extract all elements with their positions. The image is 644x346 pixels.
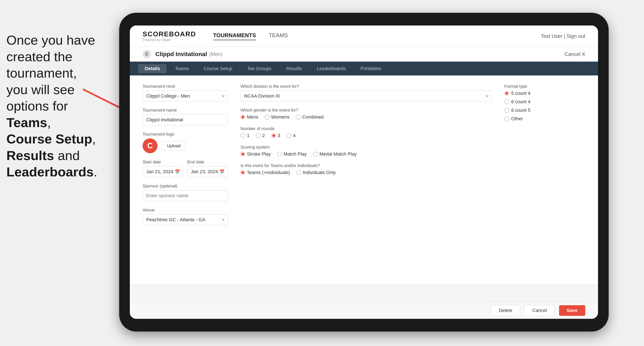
rounds-3-radio[interactable] [271, 133, 276, 138]
gender-womens-option[interactable]: Womens [265, 114, 290, 120]
tab-details[interactable]: Details [138, 64, 166, 73]
back-icon: C [145, 52, 148, 56]
format-5count4-option[interactable]: 5 count 4 [504, 91, 585, 96]
rounds-1-radio[interactable] [240, 133, 245, 138]
start-date-label: Start date [142, 160, 183, 165]
tournament-name-group: Tournament name [142, 108, 228, 125]
format-6count4-radio[interactable] [504, 99, 509, 104]
upload-button[interactable]: Upload [162, 141, 186, 151]
tab-leaderboards[interactable]: Leaderboards [310, 64, 352, 73]
division-label: Which division is the event for? [240, 84, 492, 89]
format-other-option[interactable]: Other [504, 116, 585, 122]
rounds-1-option[interactable]: 1 [240, 133, 250, 138]
tournament-logo-group: Tournament logo C Upload [142, 132, 228, 153]
scoring-group: Scoring system Stroke Play Match Play [240, 145, 492, 157]
format-5count4-label: 5 count 4 [511, 91, 530, 96]
tournament-name-input[interactable] [142, 114, 228, 125]
tournament-subtitle: (Men) [209, 51, 222, 57]
left-column: Tournament Host Clippd College - Men Tou… [142, 84, 228, 275]
logo-letter: C [147, 141, 153, 150]
gender-mens-radio[interactable] [240, 115, 245, 119]
rounds-label: Number of rounds [240, 126, 492, 131]
format-6count4-label: 6 count 4 [511, 99, 530, 105]
teams-individuals-radio[interactable] [296, 170, 301, 175]
gender-womens-label: Womens [271, 114, 290, 120]
tournament-host-select[interactable]: Clippd College - Men [142, 91, 228, 101]
rounds-3-option[interactable]: 3 [271, 133, 280, 138]
user-sign-out[interactable]: Test User | Sign out [541, 33, 585, 39]
gender-mens-option[interactable]: Mens [240, 114, 258, 120]
teams-individuals-label: Individuals Only [303, 170, 336, 175]
format-5count4-radio[interactable] [504, 91, 509, 96]
scoring-match-label: Match Play [284, 151, 307, 157]
nav-tournaments[interactable]: TOURNAMENTS [213, 32, 256, 40]
logo-preview: C [142, 138, 158, 153]
delete-button[interactable]: Delete [491, 305, 520, 316]
main-content: Tournament Host Clippd College - Men Tou… [130, 75, 598, 284]
format-6count5-label: 6 count 5 [511, 108, 530, 113]
teams-group: Is this event for Teams and/or Individua… [240, 163, 492, 175]
teams-radio-group: Teams (+Individuals) Individuals Only [240, 170, 492, 175]
calendar-icon: 📅 [175, 169, 180, 174]
save-button[interactable]: Save [559, 305, 585, 316]
teams-label: Is this event for Teams and/or Individua… [240, 163, 492, 168]
gender-combined-option[interactable]: Combined [296, 114, 324, 120]
instruction-text: Once you have created the tournament, yo… [6, 33, 97, 179]
end-date-label: End date [187, 160, 228, 165]
gender-label: Which gender is the event for? [240, 108, 492, 113]
logo-text: SCOREBOARD [142, 30, 196, 38]
cancel-tournament-button[interactable]: Cancel X [564, 51, 585, 57]
division-select[interactable]: NCAA Division III [240, 91, 492, 101]
teams-combined-option[interactable]: Teams (+Individuals) [240, 170, 290, 175]
scoring-medal-radio[interactable] [313, 152, 318, 157]
teams-individuals-option[interactable]: Individuals Only [296, 170, 336, 175]
format-label: Format type [504, 84, 585, 89]
main-nav: TOURNAMENTS TEAMS [213, 32, 541, 40]
sponsor-input[interactable] [142, 190, 228, 201]
tab-teams[interactable]: Teams [168, 64, 195, 73]
tournament-header: C Clippd Invitational (Men) Cancel X [130, 47, 598, 62]
back-button[interactable]: C [142, 50, 151, 58]
end-date-group: End date 📅 [187, 160, 228, 177]
format-other-radio[interactable] [504, 117, 509, 121]
format-6count5-radio[interactable] [504, 108, 509, 113]
tab-printables[interactable]: Printables [354, 64, 388, 73]
footer: Delete Cancel Save [130, 302, 598, 319]
rounds-group: Number of rounds 1 2 3 [240, 126, 492, 138]
logo-sub: Powered by clippd [142, 38, 196, 42]
tab-course-setup[interactable]: Course Setup [197, 64, 239, 73]
gender-womens-radio[interactable] [265, 115, 270, 119]
tournament-host-label: Tournament Host [142, 84, 228, 89]
rounds-4-radio[interactable] [287, 133, 291, 138]
venue-group: Venue Peachtree GC - Atlanta - GA [142, 208, 228, 225]
tab-tee-groups[interactable]: Tee Groups [241, 64, 278, 73]
scoring-stroke-radio[interactable] [240, 152, 245, 157]
rounds-2-radio[interactable] [256, 133, 260, 138]
right-column: Format type 5 count 4 6 count 4 6 count … [504, 84, 585, 275]
scoring-medal-option[interactable]: Medal Match Play [313, 151, 357, 157]
format-group: Format type 5 count 4 6 count 4 6 count … [504, 84, 585, 122]
sponsor-label: Sponsor (optional) [142, 184, 228, 188]
calendar-icon-end: 📅 [220, 169, 225, 174]
rounds-2-option[interactable]: 2 [256, 133, 265, 138]
format-6count4-option[interactable]: 6 count 4 [504, 99, 585, 105]
venue-select[interactable]: Peachtree GC - Atlanta - GA [142, 214, 228, 225]
format-6count5-option[interactable]: 6 count 5 [504, 108, 585, 113]
instruction-panel: Once you have created the tournament, yo… [0, 28, 124, 184]
cancel-button[interactable]: Cancel [524, 305, 554, 316]
scoring-stroke-option[interactable]: Stroke Play [240, 151, 271, 157]
tab-results[interactable]: Results [280, 64, 308, 73]
gender-combined-radio[interactable] [296, 115, 300, 119]
scoring-medal-label: Medal Match Play [320, 151, 357, 157]
scoring-match-option[interactable]: Match Play [277, 151, 307, 157]
nav-teams[interactable]: TEAMS [269, 32, 288, 40]
tournament-name-label: Tournament name [142, 108, 228, 113]
rounds-radio-group: 1 2 3 4 [240, 133, 492, 138]
user-area: Test User | Sign out [541, 33, 585, 39]
scoring-match-radio[interactable] [277, 152, 282, 157]
tablet-device: SCOREBOARD Powered by clippd TOURNAMENTS… [119, 13, 609, 332]
tournament-title: Clippd Invitational [155, 51, 207, 58]
tablet-screen: SCOREBOARD Powered by clippd TOURNAMENTS… [130, 25, 598, 319]
rounds-4-option[interactable]: 4 [287, 133, 296, 138]
teams-combined-radio[interactable] [240, 170, 245, 175]
